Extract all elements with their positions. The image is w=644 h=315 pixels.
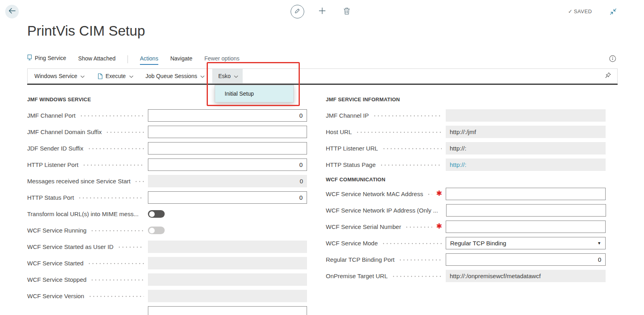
field-row: Regular TCP Binding Port 0 xyxy=(326,251,606,268)
clipped-field[interactable] xyxy=(148,306,307,315)
dotted-leader xyxy=(90,230,144,231)
saved-label: SAVED xyxy=(574,8,592,14)
info-button[interactable] xyxy=(609,55,616,64)
field-row: Host URL http://:/jmf xyxy=(326,124,606,140)
wcf-mac-address-input[interactable] xyxy=(446,188,606,200)
field-label: WCF Service Started xyxy=(27,260,84,267)
dotted-leader xyxy=(90,279,144,281)
menu-item-label: Navigate xyxy=(170,55,192,62)
field-row: JDF Sender ID Suffix xyxy=(27,140,307,156)
dotted-leader xyxy=(106,132,144,133)
field-label: HTTP Listener Port xyxy=(27,161,78,168)
saved-status: ✓ SAVED xyxy=(568,8,592,14)
pin-toolbar-button[interactable] xyxy=(599,69,617,83)
field-row: Transform local URL(s) into MIME mess... xyxy=(27,206,307,222)
required-asterisk-icon: ✱ xyxy=(436,190,442,197)
info-icon xyxy=(609,56,616,63)
menu-item-show-attached[interactable]: Show Attached xyxy=(78,55,116,65)
onpremise-target-url-field: http://:/onpremisewcf/metadatawcf xyxy=(446,270,606,282)
execute-menu-button[interactable]: Execute xyxy=(92,69,139,83)
wcf-ip-address-input[interactable] xyxy=(446,204,606,217)
field-label: Host URL xyxy=(326,128,352,135)
windows-service-menu-button[interactable]: Windows Service xyxy=(28,69,92,83)
pencil-icon xyxy=(294,8,300,16)
delete-button[interactable] xyxy=(340,5,354,18)
field-label: WCF Service Running xyxy=(27,227,86,234)
field-row: HTTP Status Port 0 xyxy=(27,189,307,206)
dotted-leader xyxy=(382,243,442,244)
field-row: WCF Service Started as User ID xyxy=(27,239,307,255)
field-label: HTTP Status Port xyxy=(27,194,74,201)
field-label: JDF Sender ID Suffix xyxy=(27,145,84,152)
job-queue-sessions-menu-button[interactable]: Job Queue Sessions xyxy=(139,69,212,83)
action-button-label: Esko xyxy=(218,73,231,79)
menu-item-navigate[interactable]: Navigate xyxy=(170,55,192,65)
dotted-leader xyxy=(80,115,144,116)
dotted-leader xyxy=(143,214,144,215)
field-label: WCF Service Stopped xyxy=(27,276,86,283)
dotted-leader xyxy=(356,132,442,133)
field-label: JMF Channel Domain Suffix xyxy=(27,128,102,135)
menu-item-label: Show Attached xyxy=(78,55,116,62)
dotted-leader xyxy=(78,197,144,199)
select-value: Regular TCP Binding xyxy=(450,240,506,247)
edit-button[interactable] xyxy=(291,5,304,18)
chevron-down-icon xyxy=(200,75,205,78)
menu-divider xyxy=(128,55,128,63)
wcf-serial-number-input[interactable] xyxy=(446,221,606,233)
dotted-leader xyxy=(399,259,442,261)
wcf-service-started-user-field xyxy=(148,241,307,253)
http-status-page-link[interactable]: http://: xyxy=(446,159,606,171)
dotted-leader xyxy=(405,227,432,228)
back-button[interactable] xyxy=(5,5,19,18)
field-row: WCF Service Started xyxy=(27,255,307,271)
http-listener-port-input[interactable]: 0 xyxy=(148,159,307,171)
wcf-service-stopped-field xyxy=(148,273,307,286)
new-button[interactable] xyxy=(315,5,329,18)
field-row: HTTP Listener Port 0 xyxy=(27,156,307,173)
jmf-channel-port-input[interactable]: 0 xyxy=(148,109,307,122)
regular-tcp-binding-port-input[interactable]: 0 xyxy=(446,253,606,266)
page-title: PrintVis CIM Setup xyxy=(27,23,145,39)
dotted-leader xyxy=(134,181,144,182)
field-label: Transform local URL(s) into MIME mess... xyxy=(27,211,139,217)
menu-item-ping-service[interactable]: Ping Service xyxy=(27,54,66,65)
esko-menu-button[interactable]: Esko xyxy=(212,69,243,83)
collapse-button[interactable] xyxy=(610,8,617,17)
field-row: WCF Service Serial Number ✱ xyxy=(326,219,606,235)
dotted-leader xyxy=(82,165,144,166)
field-label: Messages received since Service Start xyxy=(27,178,130,185)
menu-item-label: Fewer options xyxy=(204,55,239,62)
action-button-label: Windows Service xyxy=(34,73,77,79)
menu-item-fewer-options[interactable]: Fewer options xyxy=(204,55,239,65)
menubar: Ping Service Show Attached Actions Navig… xyxy=(27,52,239,65)
field-label: WCF Service Version xyxy=(27,293,84,299)
field-label: OnPremise Target URL xyxy=(326,273,388,279)
field-label: WCF Service Network MAC Address xyxy=(326,191,423,197)
dotted-leader xyxy=(88,296,144,297)
field-label: WCF Service Network IP Address (Only ... xyxy=(326,207,438,214)
http-status-port-input[interactable]: 0 xyxy=(148,191,307,204)
action-button-label: Job Queue Sessions xyxy=(146,73,197,79)
record-actions xyxy=(291,5,354,18)
field-label: JMF Channel Port xyxy=(27,112,76,119)
check-icon: ✓ xyxy=(568,8,572,14)
wcf-service-running-toggle xyxy=(148,227,165,234)
wcf-service-started-field xyxy=(148,257,307,269)
field-label: JMF Channel IP xyxy=(326,112,369,119)
menu-item-initial-setup[interactable]: Initial Setup xyxy=(215,85,293,102)
menu-item-actions[interactable]: Actions xyxy=(140,55,158,65)
field-label: HTTP Status Page xyxy=(326,161,376,168)
wcf-service-mode-select[interactable]: Regular TCP Binding ▼ xyxy=(446,237,606,249)
select-caret-icon: ▼ xyxy=(597,241,601,245)
messages-received-field: 0 xyxy=(148,175,307,187)
transform-mime-toggle[interactable] xyxy=(148,210,165,218)
wcf-service-version-field xyxy=(148,290,307,302)
jmf-channel-domain-suffix-input[interactable] xyxy=(148,126,307,138)
field-row: WCF Service Stopped xyxy=(27,271,307,288)
back-arrow-icon xyxy=(8,8,16,15)
dotted-leader xyxy=(392,276,442,277)
jdf-sender-id-suffix-input[interactable] xyxy=(148,142,307,154)
chevron-down-icon xyxy=(80,75,85,78)
action-toolbar: Windows Service Execute Job Queue Sessio… xyxy=(27,68,618,84)
